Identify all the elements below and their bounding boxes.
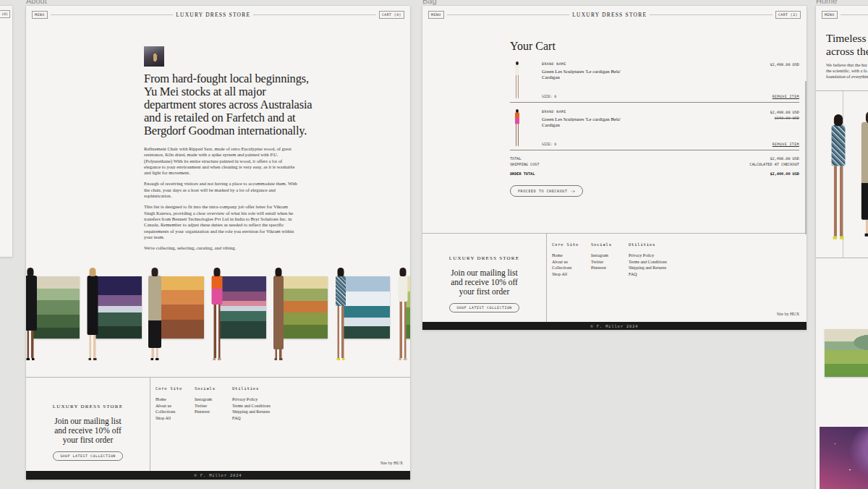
footer-link-privacy-policy[interactable]: Privacy Policy: [629, 252, 667, 259]
model-hair: [834, 114, 843, 126]
footer-link-shipping-returns[interactable]: Shipping and Returns: [629, 265, 667, 271]
order-total-label: ORDER TOTAL: [510, 171, 535, 177]
artboard-partial-left: (0): [0, 6, 12, 257]
scrollbar[interactable]: [805, 81, 807, 234]
total-value: $2,400.00 USD: [770, 156, 799, 161]
artboard-home-page: MENU Timeless dr across the w We believe…: [816, 6, 868, 489]
shop-latest-collection-button[interactable]: SHOP LATEST COLLECTION: [449, 303, 519, 312]
site-footer: LUXURY DRESS STORE Join our mailing list…: [422, 233, 807, 322]
model-hair: [400, 268, 407, 276]
footer-link-collections[interactable]: Collections: [156, 409, 184, 415]
cart-button[interactable]: CART (0): [379, 11, 404, 19]
cart-item-row: BRAND NAME Green Les Sculptures 'Le card…: [510, 61, 799, 103]
footer-link-home[interactable]: Home: [552, 252, 581, 259]
footer-link-shop-all[interactable]: Shop All: [552, 271, 581, 278]
total-row: TOTAL $2,400.00 USD: [510, 156, 799, 161]
purple-galaxy-image[interactable]: [820, 427, 868, 489]
mailing-line: Join our mailing list: [26, 417, 150, 426]
footer-link-faq[interactable]: FAQ: [629, 271, 667, 278]
footer-link-shop-all[interactable]: Shop All: [156, 415, 184, 422]
proceed-to-checkout-button[interactable]: PROCEED TO CHECKOUT ->: [510, 185, 583, 197]
site-credit[interactable]: Site by HUX: [380, 461, 403, 465]
mailing-line: your first order: [422, 287, 546, 297]
footer-link-instagram[interactable]: Instagram: [195, 396, 222, 403]
footer-link-twitter[interactable]: Twitter: [195, 403, 222, 409]
remove-item-link[interactable]: REMOVE ITEM: [773, 95, 799, 98]
footer-link-faq[interactable]: FAQ: [232, 415, 271, 422]
model-photo: [326, 268, 355, 360]
footer-link-home[interactable]: Home: [156, 396, 184, 403]
artboard-bag-page: MENU LUXURY DRESS STORE CART (2) Your Ca…: [422, 6, 807, 330]
footer-link-pinterest[interactable]: Pinterest: [591, 265, 618, 271]
footer-link-pinterest[interactable]: Pinterest: [195, 409, 222, 415]
cart-item-brand: BRAND NAME: [542, 110, 623, 114]
cart-item-size: SIZE: 8: [542, 143, 556, 146]
store-title-link[interactable]: LUXURY DRESS STORE: [572, 12, 647, 18]
cart-count-badge[interactable]: (0): [0, 10, 10, 18]
footer-column-utilities: Utilities Privacy Policy Terms and Condi…: [629, 242, 667, 277]
footer-column-heading: Core Site: [552, 242, 581, 247]
cart-item-thumbnail: [510, 109, 526, 147]
intro-line: foundation of everythin: [826, 74, 868, 80]
model-shoes: [337, 358, 345, 360]
lookbook-item[interactable]: [388, 266, 410, 369]
footer-column-utilities: Utilities Privacy Policy Terms and Condi…: [232, 386, 271, 421]
footer-link-shipping-returns[interactable]: Shipping and Returns: [232, 409, 271, 415]
product-photo-beige-coat[interactable]: [851, 111, 868, 237]
model-garment: [399, 276, 408, 302]
model-legs: [27, 331, 34, 358]
cart-button[interactable]: CART (2): [775, 11, 801, 19]
shipping-row: SHIPPING COST CALCULATED AT CHECKOUT: [510, 161, 799, 167]
mailing-list-text: Join our mailing list and receive 10% of…: [26, 417, 150, 445]
about-paragraph: Refinement Chair with Ripped Seat, made …: [144, 146, 299, 176]
menu-button[interactable]: MENU: [32, 11, 48, 19]
intro-line: the scientific, with a fo: [826, 68, 868, 74]
footer-link-about-us[interactable]: About us: [156, 403, 184, 409]
footer-link-privacy-policy[interactable]: Privacy Policy: [232, 396, 271, 403]
model-hair: [152, 268, 158, 276]
model-shoes: [399, 358, 407, 360]
lookbook-item[interactable]: [203, 266, 265, 369]
model-shoes: [865, 234, 868, 237]
lookbook-item[interactable]: [140, 266, 203, 369]
about-heading: From hard-fought local beginnings, Yu Me…: [144, 72, 318, 137]
site-credit[interactable]: Site by HUX: [777, 312, 799, 316]
footer-link-collections[interactable]: Collections: [552, 265, 581, 271]
store-title-link[interactable]: LUXURY DRESS STORE: [176, 12, 250, 18]
lookbook-item[interactable]: [26, 266, 78, 369]
model-photo: [203, 268, 231, 360]
header-rule: [51, 14, 174, 15]
footer-link-terms[interactable]: Terms and Conditions: [629, 259, 667, 265]
remove-item-link[interactable]: REMOVE ITEM: [773, 143, 799, 146]
model-garment: [336, 276, 346, 306]
footer-link-about-us[interactable]: About us: [552, 259, 581, 265]
design-canvas: { "chrome": { "labels": { "about": "Abou…: [0, 0, 868, 489]
total-label: TOTAL: [510, 156, 522, 161]
lookbook-item[interactable]: [264, 266, 326, 369]
model-legs: [90, 335, 96, 358]
tea-field-landscape-image[interactable]: [825, 329, 868, 377]
footer-link-terms[interactable]: Terms and Conditions: [232, 403, 271, 409]
model-hair: [338, 268, 344, 276]
header-rule: [841, 14, 868, 15]
model-legs: [400, 302, 407, 358]
cart-item-size: SIZE: 8: [542, 95, 556, 98]
footer-column-heading: Socials: [195, 386, 222, 391]
site-header: MENU: [822, 10, 868, 20]
model-legs: [834, 166, 843, 237]
cart-item-title: Green Les Sculptures 'Le cardigan Bela' …: [542, 116, 623, 128]
model-garment: [515, 112, 519, 124]
model-legs: [516, 75, 519, 98]
footer-link-twitter[interactable]: Twitter: [591, 259, 618, 265]
lookbook-item[interactable]: [78, 266, 140, 369]
menu-button[interactable]: MENU: [428, 11, 444, 19]
footer-column-heading: Socials: [591, 242, 618, 247]
footer-link-instagram[interactable]: Instagram: [591, 252, 618, 259]
menu-button[interactable]: MENU: [822, 11, 838, 19]
shop-latest-collection-button[interactable]: SHOP LATEST COLLECTION: [53, 451, 123, 461]
model-shoes: [275, 358, 283, 360]
model-shoes: [27, 358, 35, 360]
model-photo: [511, 109, 523, 146]
lookbook-carousel[interactable]: [26, 266, 410, 369]
lookbook-item[interactable]: [326, 266, 388, 369]
